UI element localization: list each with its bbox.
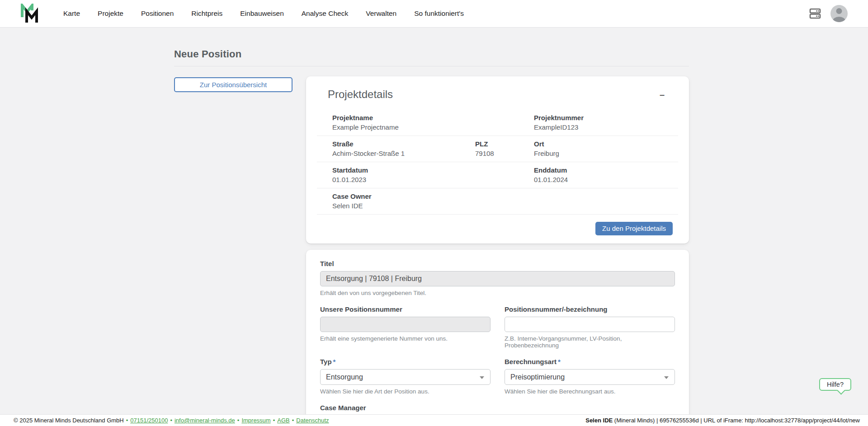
topbar-right-icons: [809, 5, 848, 22]
top-navigation-bar: Karte Projekte Positionen Richtpreis Ein…: [0, 0, 868, 28]
case-manager-label: Case Manager: [320, 404, 675, 412]
project-details-card: Projektdetails – Projektname Example Pro…: [306, 76, 689, 243]
required-asterisk: *: [558, 358, 561, 365]
agb-link[interactable]: AGB: [277, 417, 289, 424]
field-label: Case Owner: [332, 192, 534, 200]
back-to-positions-button[interactable]: Zur Positionsübersicht: [174, 77, 292, 92]
typ-helper-text: Wählen Sie hier die Art der Position aus…: [320, 388, 491, 395]
field-label: Startdatum: [332, 166, 534, 174]
field-label: Enddatum: [534, 166, 678, 174]
field-label: Projektname: [332, 114, 534, 122]
project-details-table: Projektname Example Projectname Projektn…: [317, 110, 678, 215]
footer-separator: •: [237, 417, 240, 424]
typ-label-text: Typ: [320, 358, 332, 365]
field-value: Selen IDE: [332, 202, 534, 210]
required-asterisk: *: [333, 358, 336, 365]
field-projektnummer: Projektnummer ExampleID123: [534, 114, 678, 131]
our-position-number-label: Unsere Positionsnummer: [320, 305, 491, 313]
field-startdatum: Startdatum 01.01.2023: [332, 166, 534, 183]
table-row: Startdatum 01.01.2023 Enddatum 01.01.202…: [317, 162, 678, 188]
footer-separator: •: [126, 417, 128, 424]
field-plz: PLZ 79108: [475, 140, 534, 157]
field-enddatum: Enddatum 01.01.2024: [534, 166, 678, 183]
table-row: Straße Achim-Stocker-Straße 1 PLZ 79108 …: [317, 136, 678, 162]
page-title: Neue Position: [174, 48, 689, 60]
chevron-down-icon: [480, 376, 484, 379]
table-row: Projektname Example Projectname Projektn…: [317, 110, 678, 136]
footer-separator: •: [273, 417, 275, 424]
position-number-label: Positionsnummer/-bezeichnung: [505, 305, 675, 313]
position-number-input[interactable]: [505, 317, 675, 332]
footer: © 2025 Mineral Minds Deutschland GmbH • …: [0, 414, 868, 426]
main-nav: Karte Projekte Positionen Richtpreis Ein…: [63, 9, 464, 18]
berechnungsart-label-text: Berechnungsart: [505, 358, 557, 365]
chevron-down-icon: [664, 376, 669, 379]
berechnungsart-selected-value: Preisoptimierung: [510, 373, 565, 381]
main-content: Neue Position Zur Positionsübersicht Pro…: [0, 28, 868, 426]
typ-selected-value: Entsorgung: [326, 373, 363, 381]
user-avatar[interactable]: [830, 5, 848, 22]
titel-field-group: Titel Erhält den von uns vorgegebenen Ti…: [320, 260, 675, 296]
collapse-card-button[interactable]: –: [657, 88, 667, 101]
field-ort: Ort Freiburg: [534, 140, 678, 157]
field-value: Achim-Stocker-Straße 1: [332, 150, 475, 157]
help-button[interactable]: Hilfe?: [819, 378, 851, 391]
field-label: PLZ: [475, 140, 534, 148]
avatar-head-icon: [836, 8, 842, 14]
typ-label: Typ*: [320, 358, 491, 365]
left-column: Zur Positionsübersicht: [174, 76, 306, 426]
nav-item-analyse-check[interactable]: Analyse Check: [302, 9, 348, 18]
go-to-project-details-button[interactable]: Zu den Projektdetails: [595, 222, 673, 235]
copyright-text: © 2025 Mineral Minds Deutschland GmbH: [14, 417, 124, 424]
email-link[interactable]: info@mineral-minds.de: [175, 417, 235, 424]
our-position-number-field-group: Unsere Positionsnummer Erhält eine syste…: [320, 305, 491, 349]
right-column: Projektdetails – Projektname Example Pro…: [306, 76, 689, 426]
table-row: Case Owner Selen IDE: [317, 188, 678, 215]
titel-input[interactable]: [320, 271, 675, 286]
datenschutz-link[interactable]: Datenschutz: [296, 417, 329, 424]
berechnungsart-helper-text: Wählen Sie hier die Berechnungsart aus.: [505, 388, 675, 395]
field-value: Example Projectname: [332, 123, 534, 131]
field-case-owner: Case Owner Selen IDE: [332, 192, 534, 210]
titel-label: Titel: [320, 260, 675, 267]
berechnungsart-select[interactable]: Preisoptimierung: [505, 369, 675, 385]
typ-select[interactable]: Entsorgung: [320, 369, 491, 385]
our-position-number-helper-text: Erhält eine systemgenerierte Nummer von …: [320, 335, 491, 342]
our-position-number-input[interactable]: [320, 317, 491, 332]
impressum-link[interactable]: Impressum: [241, 417, 270, 424]
titel-helper-text: Erhält den von uns vorgegebenen Titel.: [320, 290, 675, 296]
field-label: Straße: [332, 140, 475, 148]
footer-separator: •: [170, 417, 172, 424]
position-number-helper-text: Z.B. Interne-Vorgangsnummer, LV-Position…: [505, 335, 675, 349]
field-value: ExampleID123: [534, 123, 678, 131]
typ-field-group: Typ* Entsorgung Wählen Sie hier die Art …: [320, 358, 491, 395]
field-value: Freiburg: [534, 150, 678, 157]
footer-session-text: (Mineral Minds) | 69576255536d | URL of …: [613, 417, 860, 424]
field-value: 01.01.2024: [534, 176, 678, 183]
footer-left: © 2025 Mineral Minds Deutschland GmbH • …: [14, 417, 329, 424]
footer-user-name: Selen IDE: [585, 417, 613, 424]
nav-item-so-funktionierts[interactable]: So funktioniert's: [414, 9, 464, 18]
mineral-minds-logo-icon[interactable]: [20, 4, 38, 23]
server-icon[interactable]: [809, 7, 821, 20]
position-number-field-group: Positionsnummer/-bezeichnung Z.B. Intern…: [505, 305, 675, 349]
footer-session-info: Selen IDE (Mineral Minds) | 69576255536d…: [585, 417, 860, 424]
phone-link[interactable]: 07151/250100: [130, 417, 168, 424]
field-strasse: Straße Achim-Stocker-Straße 1: [332, 140, 475, 157]
field-value: 79108: [475, 150, 534, 157]
footer-separator: •: [292, 417, 294, 424]
project-details-title: Projektdetails: [328, 88, 393, 101]
title-divider: [174, 66, 689, 66]
avatar-body-icon: [833, 17, 845, 22]
field-label: Projektnummer: [534, 114, 678, 122]
nav-item-richtpreis[interactable]: Richtpreis: [191, 9, 222, 18]
new-position-form-card: Titel Erhält den von uns vorgegebenen Ti…: [306, 250, 689, 426]
field-value: 01.01.2023: [332, 176, 534, 183]
nav-item-einbauweisen[interactable]: Einbauweisen: [240, 9, 284, 18]
field-label: Ort: [534, 140, 678, 148]
nav-item-positionen[interactable]: Positionen: [141, 9, 174, 18]
nav-item-verwalten[interactable]: Verwalten: [366, 9, 396, 18]
nav-item-karte[interactable]: Karte: [63, 9, 80, 18]
nav-item-projekte[interactable]: Projekte: [98, 9, 123, 18]
berechnungsart-field-group: Berechnungsart* Preisoptimierung Wählen …: [505, 358, 675, 395]
